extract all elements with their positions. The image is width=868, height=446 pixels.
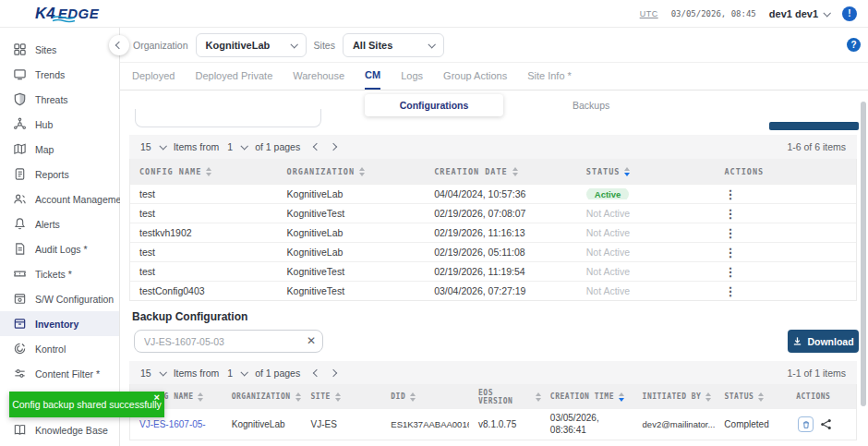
table-row[interactable]: VJ-ES-1607-05- KognitiveLab VJ-ES ES1K37… bbox=[130, 409, 856, 440]
sort-icon[interactable] bbox=[295, 392, 301, 402]
backup-table: Config Name Organization Site DID EOS Ve… bbox=[129, 384, 857, 440]
table-row[interactable]: test KognitiveLab 02/19/2026, 05:11:08 N… bbox=[130, 242, 856, 261]
col-organization[interactable]: Organization bbox=[278, 167, 426, 176]
sidebar-item-tickets[interactable]: Tickets * bbox=[0, 261, 119, 286]
main-content: Organization KognitiveLab Sites All Site… bbox=[120, 28, 868, 446]
sidebar-item-sites[interactable]: Sites bbox=[0, 37, 119, 62]
vertical-scrollbar[interactable] bbox=[861, 102, 866, 406]
col-status[interactable]: Status bbox=[577, 167, 716, 176]
sort-icon-active[interactable] bbox=[624, 167, 630, 176]
col-did[interactable]: DID bbox=[381, 392, 469, 402]
row-menu-icon[interactable]: ⋮ bbox=[724, 285, 736, 297]
clear-search-icon[interactable]: ✕ bbox=[307, 334, 316, 347]
tab-deployed-private[interactable]: Deployed Private bbox=[195, 64, 272, 89]
col-creation-date[interactable]: Creation Date bbox=[425, 167, 577, 176]
page-number[interactable]: 1 bbox=[227, 141, 233, 152]
tab-site-info[interactable]: Site Info * bbox=[527, 64, 572, 89]
row-menu-icon[interactable]: ⋮ bbox=[724, 188, 736, 200]
download-button[interactable]: Download bbox=[788, 330, 859, 353]
config-search-input-partial[interactable] bbox=[135, 109, 321, 127]
tab-logs[interactable]: Logs bbox=[401, 64, 423, 89]
sort-icon[interactable] bbox=[335, 392, 341, 402]
col-config-name[interactable]: Config Name bbox=[130, 167, 278, 176]
subtab-configurations[interactable]: Configurations bbox=[365, 94, 503, 116]
page-size-value[interactable]: 15 bbox=[140, 141, 151, 152]
table-row[interactable]: testkvh1902 KognitiveLab 02/19/2026, 11:… bbox=[130, 223, 856, 242]
sidebar-item-kontrol[interactable]: Kontrol bbox=[0, 336, 119, 361]
chevron-down-icon[interactable] bbox=[159, 368, 166, 376]
prev-page-icon[interactable] bbox=[313, 368, 320, 376]
cell-config-name-link[interactable]: VJ-ES-1607-05- bbox=[130, 419, 223, 430]
sidebar-item-audit-logs[interactable]: Audit Logs * bbox=[0, 236, 119, 261]
cell-initiated-by: dev2@mailinator... bbox=[633, 419, 716, 429]
col-initiated-by[interactable]: Initiated By bbox=[633, 392, 716, 402]
sidebar-item-account-management[interactable]: Account Management bbox=[0, 187, 119, 211]
col-organization[interactable]: Organization bbox=[223, 392, 302, 402]
sort-icon[interactable] bbox=[512, 167, 518, 176]
toast-close-icon[interactable]: × bbox=[154, 392, 160, 403]
sort-icon[interactable] bbox=[359, 167, 365, 176]
sidebar-item-hub[interactable]: Hub bbox=[0, 112, 119, 137]
user-badge-icon[interactable]: ! bbox=[842, 6, 857, 21]
page-size-value[interactable]: 15 bbox=[140, 368, 151, 379]
chevron-down-icon[interactable] bbox=[159, 142, 166, 150]
tab-warehouse[interactable]: Warehouse bbox=[293, 64, 344, 89]
organization-select[interactable]: KognitiveLab bbox=[196, 33, 307, 57]
table-row[interactable]: test KognitiveLab 04/04/2024, 10:57:36 A… bbox=[130, 184, 856, 203]
cell-creation-date: 02/19/2026, 07:08:07 bbox=[425, 208, 577, 219]
col-site[interactable]: Site bbox=[302, 392, 382, 402]
sort-icon[interactable] bbox=[206, 167, 211, 176]
chevron-down-icon[interactable] bbox=[241, 142, 248, 150]
row-menu-icon[interactable]: ⋮ bbox=[724, 227, 736, 239]
prev-page-icon[interactable] bbox=[313, 143, 320, 151]
utc-toggle[interactable]: UTC bbox=[640, 9, 658, 18]
row-menu-icon[interactable]: ⋮ bbox=[724, 208, 736, 220]
row-menu-icon[interactable]: ⋮ bbox=[724, 247, 736, 259]
sidebar-item-alerts[interactable]: Alerts bbox=[0, 211, 119, 236]
subtab-backups[interactable]: Backups bbox=[573, 100, 609, 111]
sort-icon[interactable] bbox=[705, 392, 711, 402]
sidebar-item-label: Account Management bbox=[35, 194, 129, 205]
sidebar-item-sw-configuration[interactable]: S/W Configuration bbox=[0, 286, 119, 311]
cell-organization: KognitiveTest bbox=[278, 285, 426, 296]
delete-icon[interactable] bbox=[798, 416, 814, 432]
table-row[interactable]: testConfig0403 KognitiveTest 03/04/2026,… bbox=[130, 281, 856, 300]
sidebar-item-inventory[interactable]: Inventory bbox=[0, 311, 119, 336]
table-row[interactable]: test KognitiveTest 02/19/2026, 07:08:07 … bbox=[130, 203, 856, 223]
chevron-down-icon[interactable] bbox=[241, 368, 248, 376]
col-eos-version[interactable]: EOS Version bbox=[469, 389, 541, 405]
sidebar-item-trends[interactable]: Trends bbox=[0, 62, 119, 87]
tab-group-actions[interactable]: Group Actions bbox=[443, 64, 507, 89]
sidebar-item-reports[interactable]: Reports bbox=[0, 162, 119, 187]
sidebar-item-threats[interactable]: Threats bbox=[0, 87, 119, 112]
next-page-icon[interactable] bbox=[330, 143, 337, 151]
sidebar-item-label: Sites bbox=[35, 44, 56, 55]
sidebar: Sites Trends Threats Hub Map Reports Acc… bbox=[0, 28, 120, 446]
sidebar-item-label: Map bbox=[35, 144, 54, 155]
backup-search-input[interactable] bbox=[134, 330, 323, 353]
backup-table-header: Config Name Organization Site DID EOS Ve… bbox=[130, 384, 856, 409]
row-menu-icon[interactable]: ⋮ bbox=[724, 266, 736, 278]
tab-deployed[interactable]: Deployed bbox=[132, 64, 175, 89]
page-number[interactable]: 1 bbox=[227, 368, 233, 379]
sidebar-item-content-filter[interactable]: Content Filter * bbox=[0, 361, 119, 386]
user-menu[interactable]: dev1 dev1 bbox=[769, 8, 829, 19]
add-config-button-partial[interactable] bbox=[769, 122, 859, 130]
sort-icon[interactable] bbox=[410, 392, 416, 402]
sites-select[interactable]: All Sites bbox=[343, 33, 444, 57]
sort-icon-active[interactable] bbox=[619, 392, 624, 402]
col-creation-time[interactable]: Creation Time bbox=[541, 392, 633, 402]
config-table: Config Name Organization Creation Date S… bbox=[129, 159, 857, 301]
sort-icon[interactable] bbox=[198, 392, 203, 402]
sort-icon[interactable] bbox=[758, 392, 764, 402]
next-page-icon[interactable] bbox=[330, 368, 337, 376]
sidebar-item-knowledge-base[interactable]: Knowledge Base bbox=[0, 417, 119, 442]
sidebar-collapse-button[interactable] bbox=[109, 35, 129, 55]
status-text: Not Active bbox=[586, 285, 630, 296]
table-row[interactable]: test KognitiveTest 02/19/2026, 11:19:54 … bbox=[130, 261, 856, 281]
help-icon[interactable]: ? bbox=[847, 38, 861, 52]
share-icon[interactable] bbox=[820, 418, 832, 430]
sidebar-item-map[interactable]: Map bbox=[0, 137, 119, 162]
tab-cm[interactable]: CM bbox=[365, 63, 380, 90]
col-status[interactable]: Status bbox=[715, 392, 787, 402]
